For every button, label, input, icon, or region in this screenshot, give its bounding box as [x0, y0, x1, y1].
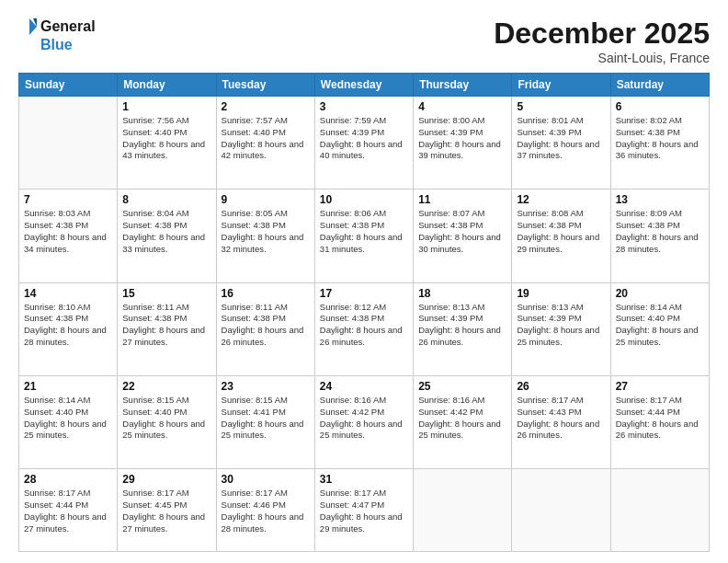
sunset-text: Sunset: 4:42 PM	[418, 407, 506, 419]
sunset-text: Sunset: 4:38 PM	[616, 127, 704, 139]
cell-info: Sunrise: 8:17 AM Sunset: 4:44 PM Dayligh…	[24, 488, 112, 534]
day-number: 29	[122, 473, 210, 486]
sunrise-text: Sunrise: 8:00 AM	[418, 115, 506, 127]
daylight-text: Daylight: 8 hours and 25 minutes.	[517, 325, 605, 349]
sunset-text: Sunset: 4:47 PM	[320, 500, 408, 511]
sunset-text: Sunset: 4:40 PM	[122, 407, 210, 419]
calendar-cell: 30 Sunrise: 8:17 AM Sunset: 4:46 PM Dayl…	[216, 469, 314, 552]
day-number: 19	[517, 287, 605, 300]
sunrise-text: Sunrise: 8:16 AM	[320, 395, 408, 407]
daylight-text: Daylight: 8 hours and 25 minutes.	[418, 419, 506, 442]
daylight-text: Daylight: 8 hours and 30 minutes.	[418, 232, 506, 256]
calendar-cell: 18 Sunrise: 8:13 AM Sunset: 4:39 PM Dayl…	[414, 282, 512, 375]
calendar-cell: 13 Sunrise: 8:09 AM Sunset: 4:38 PM Dayl…	[610, 190, 709, 282]
calendar-cell: 3 Sunrise: 7:59 AM Sunset: 4:39 PM Dayli…	[314, 97, 413, 190]
sunrise-text: Sunrise: 8:11 AM	[222, 302, 310, 314]
daylight-text: Daylight: 8 hours and 39 minutes.	[418, 139, 506, 163]
day-number: 18	[418, 287, 506, 300]
sunset-text: Sunset: 4:38 PM	[320, 220, 408, 232]
sunrise-text: Sunrise: 8:17 AM	[517, 395, 605, 407]
weekday-header-row: Sunday Monday Tuesday Wednesday Thursday…	[19, 74, 710, 97]
day-number: 30	[222, 473, 310, 486]
day-number: 26	[517, 380, 605, 393]
header-sunday: Sunday	[19, 74, 118, 97]
sunrise-text: Sunrise: 8:06 AM	[320, 208, 408, 220]
daylight-text: Daylight: 8 hours and 27 minutes.	[122, 511, 210, 535]
cell-info: Sunrise: 8:06 AM Sunset: 4:38 PM Dayligh…	[320, 208, 408, 255]
cell-info: Sunrise: 8:05 AM Sunset: 4:38 PM Dayligh…	[222, 208, 310, 255]
calendar-cell: 10 Sunrise: 8:06 AM Sunset: 4:38 PM Dayl…	[314, 190, 413, 282]
calendar-cell: 17 Sunrise: 8:12 AM Sunset: 4:38 PM Dayl…	[314, 282, 413, 375]
calendar-cell: 9 Sunrise: 8:05 AM Sunset: 4:38 PM Dayli…	[216, 190, 314, 282]
header-friday: Friday	[512, 74, 610, 97]
sunrise-text: Sunrise: 8:08 AM	[517, 208, 605, 220]
daylight-text: Daylight: 8 hours and 33 minutes.	[122, 232, 210, 256]
day-number: 22	[122, 380, 210, 393]
cell-info: Sunrise: 8:14 AM Sunset: 4:40 PM Dayligh…	[616, 302, 704, 349]
sunset-text: Sunset: 4:44 PM	[616, 407, 704, 419]
sunrise-text: Sunrise: 8:03 AM	[24, 208, 112, 220]
cell-info: Sunrise: 8:00 AM Sunset: 4:39 PM Dayligh…	[418, 115, 506, 162]
day-number: 3	[320, 100, 408, 113]
calendar-cell	[19, 97, 118, 190]
sunrise-text: Sunrise: 8:15 AM	[222, 395, 310, 407]
sunrise-text: Sunrise: 8:07 AM	[418, 208, 506, 220]
daylight-text: Daylight: 8 hours and 25 minutes.	[222, 419, 310, 442]
header-tuesday: Tuesday	[216, 74, 314, 97]
sunrise-text: Sunrise: 8:12 AM	[320, 302, 408, 314]
logo-general: General	[40, 18, 96, 35]
daylight-text: Daylight: 8 hours and 27 minutes.	[122, 325, 210, 349]
sunrise-text: Sunrise: 8:02 AM	[616, 115, 704, 127]
sunset-text: Sunset: 4:43 PM	[517, 407, 605, 419]
daylight-text: Daylight: 8 hours and 32 minutes.	[222, 232, 310, 256]
day-number: 15	[122, 287, 210, 300]
cell-info: Sunrise: 8:01 AM Sunset: 4:39 PM Dayligh…	[517, 115, 605, 162]
daylight-text: Daylight: 8 hours and 26 minutes.	[320, 325, 408, 349]
header: General Blue December 2025 Saint-Louis, …	[18, 17, 710, 65]
cell-info: Sunrise: 7:56 AM Sunset: 4:40 PM Dayligh…	[122, 115, 210, 162]
day-number: 2	[222, 100, 310, 113]
calendar-cell: 28 Sunrise: 8:17 AM Sunset: 4:44 PM Dayl…	[19, 469, 118, 552]
cell-info: Sunrise: 8:17 AM Sunset: 4:47 PM Dayligh…	[320, 488, 408, 534]
calendar-cell: 26 Sunrise: 8:17 AM Sunset: 4:43 PM Dayl…	[512, 375, 610, 468]
sunrise-text: Sunrise: 8:13 AM	[418, 302, 506, 314]
daylight-text: Daylight: 8 hours and 36 minutes.	[616, 139, 704, 163]
sunset-text: Sunset: 4:40 PM	[24, 407, 112, 419]
cell-info: Sunrise: 8:11 AM Sunset: 4:38 PM Dayligh…	[122, 302, 210, 349]
sunrise-text: Sunrise: 8:17 AM	[122, 488, 210, 500]
cell-info: Sunrise: 8:04 AM Sunset: 4:38 PM Dayligh…	[122, 208, 210, 255]
cell-info: Sunrise: 8:17 AM Sunset: 4:45 PM Dayligh…	[122, 488, 210, 534]
calendar-cell: 29 Sunrise: 8:17 AM Sunset: 4:45 PM Dayl…	[118, 469, 216, 552]
calendar-cell: 1 Sunrise: 7:56 AM Sunset: 4:40 PM Dayli…	[118, 97, 216, 190]
cell-info: Sunrise: 8:16 AM Sunset: 4:42 PM Dayligh…	[418, 395, 506, 442]
day-number: 17	[320, 287, 408, 300]
title-block: December 2025 Saint-Louis, France	[494, 17, 710, 65]
calendar-cell: 25 Sunrise: 8:16 AM Sunset: 4:42 PM Dayl…	[414, 375, 512, 468]
day-number: 5	[517, 100, 605, 113]
cell-info: Sunrise: 8:17 AM Sunset: 4:46 PM Dayligh…	[222, 488, 310, 534]
sunset-text: Sunset: 4:38 PM	[122, 220, 210, 232]
cell-info: Sunrise: 7:59 AM Sunset: 4:39 PM Dayligh…	[320, 115, 408, 162]
day-number: 7	[24, 193, 112, 206]
calendar-cell: 4 Sunrise: 8:00 AM Sunset: 4:39 PM Dayli…	[414, 97, 512, 190]
daylight-text: Daylight: 8 hours and 26 minutes.	[418, 325, 506, 349]
daylight-text: Daylight: 8 hours and 29 minutes.	[517, 232, 605, 256]
day-number: 13	[616, 193, 704, 206]
daylight-text: Daylight: 8 hours and 34 minutes.	[24, 232, 112, 256]
cell-info: Sunrise: 8:07 AM Sunset: 4:38 PM Dayligh…	[418, 208, 506, 255]
sunset-text: Sunset: 4:38 PM	[222, 220, 310, 232]
location: Saint-Louis, France	[494, 51, 710, 65]
header-saturday: Saturday	[610, 74, 709, 97]
sunrise-text: Sunrise: 8:17 AM	[616, 395, 704, 407]
sunset-text: Sunset: 4:40 PM	[122, 127, 210, 139]
day-number: 6	[616, 100, 704, 113]
daylight-text: Daylight: 8 hours and 42 minutes.	[222, 139, 310, 163]
sunrise-text: Sunrise: 8:16 AM	[418, 395, 506, 407]
sunrise-text: Sunrise: 8:15 AM	[122, 395, 210, 407]
day-number: 24	[320, 380, 408, 393]
sunrise-text: Sunrise: 7:59 AM	[320, 115, 408, 127]
day-number: 11	[418, 193, 506, 206]
cell-info: Sunrise: 8:10 AM Sunset: 4:38 PM Dayligh…	[24, 302, 112, 349]
day-number: 21	[24, 380, 112, 393]
sunset-text: Sunset: 4:44 PM	[24, 500, 112, 511]
